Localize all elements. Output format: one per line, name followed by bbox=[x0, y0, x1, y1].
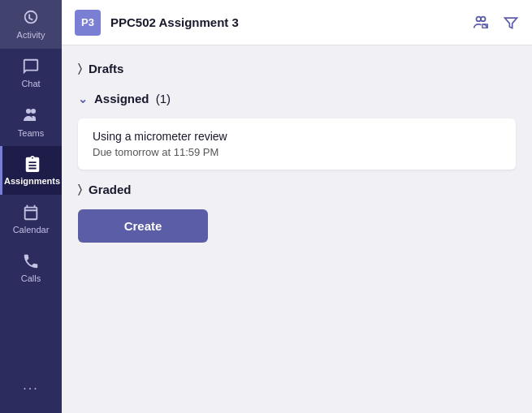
content-area: 〉 Drafts ⌄ Assigned (1) Using a micromet… bbox=[62, 45, 532, 413]
assignments-icon bbox=[24, 155, 41, 173]
sidebar-item-assignments[interactable]: Assignments bbox=[0, 146, 62, 195]
sidebar-item-activity-label: Activity bbox=[17, 30, 45, 40]
svg-point-0 bbox=[26, 109, 31, 114]
graded-chevron: 〉 bbox=[78, 183, 82, 196]
assignment-card-title: Using a micrometer review bbox=[93, 130, 501, 143]
sidebar-more-button[interactable]: ··· bbox=[0, 370, 62, 405]
assignment-card-due: Due tomorrow at 11:59 PM bbox=[93, 146, 501, 158]
sidebar: Activity Chat Teams Assignments bbox=[0, 0, 62, 413]
main-content: P3 PPC502 Assignment 3 bbox=[62, 0, 532, 413]
graded-title: Graded bbox=[89, 183, 132, 196]
assigned-chevron: ⌄ bbox=[78, 92, 88, 105]
create-button[interactable]: Create bbox=[78, 209, 208, 243]
drafts-title: Drafts bbox=[89, 62, 123, 75]
calls-icon bbox=[22, 252, 40, 270]
header-icons bbox=[472, 14, 519, 32]
assignment-badge: P3 bbox=[75, 10, 101, 36]
assigned-section-header[interactable]: ⌄ Assigned (1) bbox=[78, 88, 516, 109]
svg-marker-5 bbox=[505, 18, 517, 28]
sidebar-item-assignments-label: Assignments bbox=[4, 176, 60, 186]
sidebar-item-activity[interactable]: Activity bbox=[0, 0, 62, 49]
graded-section-header[interactable]: 〉 Graded bbox=[78, 179, 516, 200]
group-icon[interactable] bbox=[472, 14, 490, 32]
sidebar-item-chat-label: Chat bbox=[21, 79, 40, 88]
header-bar: P3 PPC502 Assignment 3 bbox=[62, 0, 532, 45]
sidebar-item-calendar-label: Calendar bbox=[13, 225, 50, 234]
sidebar-item-calls[interactable]: Calls bbox=[0, 243, 62, 292]
sidebar-item-calls-label: Calls bbox=[21, 273, 41, 283]
svg-point-1 bbox=[31, 109, 36, 114]
activity-icon bbox=[22, 9, 40, 27]
filter-icon[interactable] bbox=[503, 15, 519, 31]
svg-point-3 bbox=[481, 16, 486, 21]
chat-icon bbox=[22, 58, 40, 75]
drafts-chevron: 〉 bbox=[78, 62, 82, 75]
assigned-title: Assigned (1) bbox=[94, 92, 171, 105]
drafts-section-header[interactable]: 〉 Drafts bbox=[78, 58, 516, 79]
sidebar-item-chat[interactable]: Chat bbox=[0, 49, 62, 97]
assignment-title: PPC502 Assignment 3 bbox=[110, 15, 462, 29]
more-icon: ··· bbox=[23, 381, 38, 395]
sidebar-item-teams-label: Teams bbox=[18, 128, 44, 138]
calendar-icon bbox=[22, 204, 40, 222]
assignment-card[interactable]: Using a micrometer review Due tomorrow a… bbox=[78, 118, 516, 170]
sidebar-item-teams[interactable]: Teams bbox=[0, 97, 62, 146]
sidebar-item-calendar[interactable]: Calendar bbox=[0, 195, 62, 243]
teams-icon bbox=[21, 105, 41, 125]
